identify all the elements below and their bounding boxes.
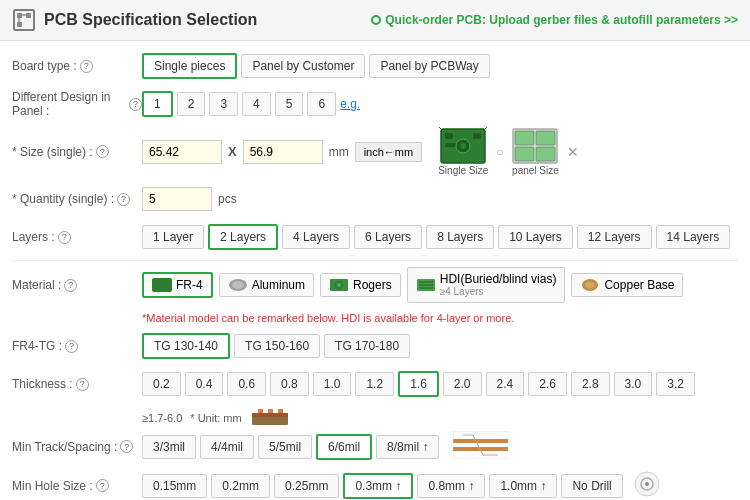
- diff-design-3[interactable]: 3: [209, 92, 238, 116]
- size-help-icon[interactable]: ?: [96, 145, 109, 158]
- layer-14[interactable]: 14 Layers: [656, 225, 731, 249]
- hole-0-25[interactable]: 0.25mm: [274, 474, 339, 498]
- material-aluminum[interactable]: Aluminum: [219, 273, 314, 297]
- tg-130-140[interactable]: TG 130-140: [142, 333, 230, 359]
- pcs-label: pcs: [218, 192, 237, 206]
- hole-1-0[interactable]: 1.0mm ↑: [489, 474, 557, 498]
- th-0-2[interactable]: 0.2: [142, 372, 181, 396]
- different-design-help-icon[interactable]: ?: [129, 98, 142, 111]
- thickness-label: Thickness : ?: [12, 377, 142, 391]
- hole-0-2[interactable]: 0.2mm: [211, 474, 270, 498]
- svg-point-10: [460, 143, 466, 149]
- quantity-input[interactable]: [142, 187, 212, 211]
- layer-12[interactable]: 12 Layers: [577, 225, 652, 249]
- material-help-icon[interactable]: ?: [64, 279, 77, 292]
- board-type-panel-pcbway[interactable]: Panel by PCBWay: [369, 54, 489, 78]
- th-2-8[interactable]: 2.8: [571, 372, 610, 396]
- thickness-row: Thickness : ? 0.2 0.4 0.6 0.8 1.0 1.2 1.…: [12, 369, 738, 399]
- th-2-6[interactable]: 2.6: [528, 372, 567, 396]
- material-hdi[interactable]: HDI(Buried/blind vias) ≥4 Layers: [407, 267, 566, 303]
- layer-4[interactable]: 4 Layers: [282, 225, 350, 249]
- svg-point-20: [232, 281, 244, 289]
- quick-order-link[interactable]: Quick-order PCB: Upload gerber files & a…: [371, 13, 738, 27]
- svg-rect-0: [14, 10, 34, 30]
- thickness-section: Thickness : ? 0.2 0.4 0.6 0.8 1.0 1.2 1.…: [12, 369, 738, 427]
- layer-8[interactable]: 8 Layers: [426, 225, 494, 249]
- thickness-note-row: ≥1.7-6.0 * Unit: mm: [142, 407, 738, 427]
- th-0-8[interactable]: 0.8: [270, 372, 309, 396]
- size-width-input[interactable]: [142, 140, 222, 164]
- eg-link[interactable]: e.g.: [340, 97, 360, 111]
- size-images: Single Size ○ panel Size ✕: [438, 127, 579, 176]
- quick-order-text: Quick-order PCB: Upload gerber files & a…: [385, 13, 738, 27]
- material-copper[interactable]: Copper Base: [571, 273, 683, 297]
- fr4-tg-help-icon[interactable]: ?: [65, 340, 78, 353]
- unit-toggle-button[interactable]: inch←mm: [355, 142, 423, 162]
- thickness-help-icon[interactable]: ?: [76, 378, 89, 391]
- board-type-panel-customer[interactable]: Panel by Customer: [241, 54, 365, 78]
- th-1-6[interactable]: 1.6: [398, 371, 439, 397]
- board-type-label: Board type : ?: [12, 59, 142, 73]
- material-rogers[interactable]: Rogers: [320, 273, 401, 297]
- panel-size-box: panel Size: [511, 127, 559, 176]
- hole-0-8[interactable]: 0.8mm ↑: [417, 474, 485, 498]
- layer-2[interactable]: 2 Layers: [208, 224, 278, 250]
- svg-point-40: [645, 482, 649, 486]
- track-6-6[interactable]: 6/6mil: [316, 434, 372, 460]
- diff-design-6[interactable]: 6: [307, 92, 336, 116]
- layer-1[interactable]: 1 Layer: [142, 225, 204, 249]
- th-3-0[interactable]: 3.0: [614, 372, 653, 396]
- material-row: Material : ? FR-4 Aluminum: [12, 267, 738, 303]
- th-3-2[interactable]: 3.2: [656, 372, 695, 396]
- quick-order-circle-icon: [371, 15, 381, 25]
- quantity-row: * Quantity (single) : ? pcs: [12, 184, 738, 214]
- material-note: *Material model can be remarked below. H…: [142, 311, 738, 325]
- svg-point-29: [585, 282, 595, 289]
- th-2-0[interactable]: 2.0: [443, 372, 482, 396]
- svg-rect-34: [278, 409, 283, 413]
- panel-size-svg: [511, 127, 559, 165]
- hole-0-3[interactable]: 0.3mm ↑: [343, 473, 413, 499]
- tg-170-180[interactable]: TG 170-180: [324, 334, 410, 358]
- min-track-row: Min Track/Spacing : ? 3/3mil 4/4mil 5/5m…: [12, 431, 738, 462]
- th-1-2[interactable]: 1.2: [355, 372, 394, 396]
- material-label: Material : ?: [12, 278, 142, 292]
- track-5-5[interactable]: 5/5mil: [258, 435, 312, 459]
- min-hole-row: Min Hole Size : ? 0.15mm 0.2mm 0.25mm 0.…: [12, 470, 738, 500]
- track-8-8[interactable]: 8/8mil ↑: [376, 435, 439, 459]
- page-title: PCB Specification Selection: [44, 11, 257, 29]
- hole-0-15[interactable]: 0.15mm: [142, 474, 207, 498]
- board-type-help-icon[interactable]: ?: [80, 60, 93, 73]
- size-height-input[interactable]: [243, 140, 323, 164]
- layers-help-icon[interactable]: ?: [58, 231, 71, 244]
- panel-close-icon[interactable]: ✕: [567, 144, 579, 160]
- material-fr4[interactable]: FR-4: [142, 272, 213, 298]
- svg-rect-17: [515, 147, 534, 161]
- quantity-help-icon[interactable]: ?: [117, 193, 130, 206]
- aluminum-icon: [228, 278, 248, 292]
- svg-rect-37: [453, 431, 508, 459]
- diff-design-4[interactable]: 4: [242, 92, 271, 116]
- svg-rect-11: [473, 133, 481, 139]
- material-section: Material : ? FR-4 Aluminum: [12, 267, 738, 325]
- tg-150-160[interactable]: TG 150-160: [234, 334, 320, 358]
- hole-no-drill[interactable]: No Drill: [561, 474, 622, 498]
- track-3-3[interactable]: 3/3mil: [142, 435, 196, 459]
- diff-design-1[interactable]: 1: [142, 91, 173, 117]
- min-track-help-icon[interactable]: ?: [120, 440, 133, 453]
- track-4-4[interactable]: 4/4mil: [200, 435, 254, 459]
- th-0-4[interactable]: 0.4: [185, 372, 224, 396]
- diff-design-5[interactable]: 5: [275, 92, 304, 116]
- board-type-single-pieces[interactable]: Single pieces: [142, 53, 237, 79]
- diff-design-2[interactable]: 2: [177, 92, 206, 116]
- single-size-box: Single Size: [438, 127, 488, 176]
- svg-line-13: [485, 127, 487, 129]
- min-hole-help-icon[interactable]: ?: [96, 479, 109, 492]
- min-hole-options: 0.15mm 0.2mm 0.25mm 0.3mm ↑ 0.8mm ↑ 1.0m…: [142, 470, 738, 500]
- single-size-svg: [439, 127, 487, 165]
- th-1-0[interactable]: 1.0: [313, 372, 352, 396]
- layer-6[interactable]: 6 Layers: [354, 225, 422, 249]
- th-2-4[interactable]: 2.4: [486, 372, 525, 396]
- th-0-6[interactable]: 0.6: [227, 372, 266, 396]
- layer-10[interactable]: 10 Layers: [498, 225, 573, 249]
